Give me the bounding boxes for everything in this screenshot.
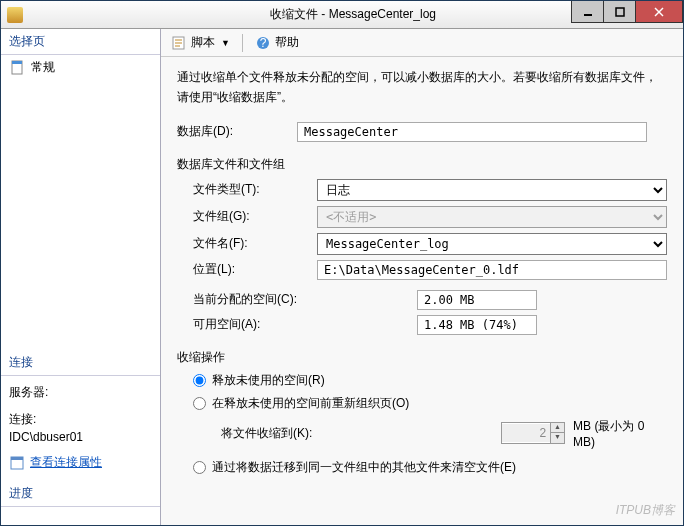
database-field: MessageCenter [297, 122, 647, 142]
allocated-label: 当前分配的空间(C): [177, 291, 377, 308]
filetype-select[interactable]: 日志 [317, 179, 667, 201]
location-label: 位置(L): [177, 261, 317, 278]
svg-rect-7 [11, 457, 23, 460]
filetype-label: 文件类型(T): [177, 181, 317, 198]
filegroup-label: 文件组(G): [177, 208, 317, 225]
svg-rect-1 [616, 8, 624, 16]
connection-label: 连接: [1, 409, 160, 430]
connection-header: 连接 [1, 350, 160, 376]
chevron-down-icon: ▼ [221, 38, 230, 48]
page-icon [9, 60, 25, 76]
toolbar-separator [242, 34, 243, 52]
svg-rect-5 [12, 61, 22, 64]
sidebar-item-general[interactable]: 常规 [1, 55, 160, 80]
view-connection-props-link[interactable]: 查看连接属性 [1, 450, 160, 475]
minimize-button[interactable] [571, 1, 603, 23]
shrink-to-spinner[interactable]: ▲▼ [501, 422, 565, 444]
script-button[interactable]: 脚本 ▼ [167, 32, 234, 53]
available-value: 1.48 MB (74%) [417, 315, 537, 335]
script-icon [171, 35, 187, 51]
location-field: E:\Data\MessageCenter_0.ldf [317, 260, 667, 280]
filegroup-select: <不适用> [317, 206, 667, 228]
sidebar: 选择页 常规 连接 服务器: 连接: IDC\dbuser01 查看连接属性 进… [1, 29, 161, 525]
release-radio[interactable] [193, 374, 206, 387]
maximize-button[interactable] [603, 1, 635, 23]
svg-text:?: ? [260, 36, 267, 50]
shrink-to-input [502, 424, 550, 442]
shrink-action-title: 收缩操作 [177, 349, 667, 366]
toolbar: 脚本 ▼ ? 帮助 [161, 29, 683, 57]
available-label: 可用空间(A): [177, 316, 377, 333]
properties-icon [9, 455, 25, 471]
shrink-to-label: 将文件收缩到(K): [221, 425, 347, 442]
files-group-title: 数据库文件和文件组 [177, 156, 667, 173]
description-text: 通过收缩单个文件释放未分配的空间，可以减小数据库的大小。若要收缩所有数据库文件，… [177, 67, 667, 108]
main-panel: 脚本 ▼ ? 帮助 通过收缩单个文件释放未分配的空间，可以减小数据库的大小。若要… [161, 29, 683, 525]
app-icon [7, 7, 23, 23]
progress-header: 进度 [1, 481, 160, 507]
window-controls [571, 1, 683, 23]
database-label: 数据库(D): [177, 123, 297, 140]
option-migrate[interactable]: 通过将数据迁移到同一文件组中的其他文件来清空文件(E) [193, 459, 667, 476]
spin-down-icon[interactable]: ▼ [550, 433, 564, 443]
migrate-radio[interactable] [193, 461, 206, 474]
allocated-value: 2.00 MB [417, 290, 537, 310]
connection-value: IDC\dbuser01 [1, 430, 160, 450]
shrink-to-unit: MB (最小为 0 MB) [573, 418, 667, 449]
filename-label: 文件名(F): [177, 235, 317, 252]
select-page-header: 选择页 [1, 29, 160, 55]
reorganize-radio[interactable] [193, 397, 206, 410]
filename-select[interactable]: MessageCenter_log [317, 233, 667, 255]
option-release-space[interactable]: 释放未使用的空间(R) [193, 372, 667, 389]
help-button[interactable]: ? 帮助 [251, 32, 303, 53]
sidebar-item-label: 常规 [31, 59, 55, 76]
spin-up-icon[interactable]: ▲ [550, 423, 564, 433]
server-label: 服务器: [1, 382, 160, 403]
option-reorganize[interactable]: 在释放未使用的空间前重新组织页(O) [193, 395, 667, 412]
help-icon: ? [255, 35, 271, 51]
titlebar: 收缩文件 - MessageCenter_log [1, 1, 683, 29]
close-button[interactable] [635, 1, 683, 23]
